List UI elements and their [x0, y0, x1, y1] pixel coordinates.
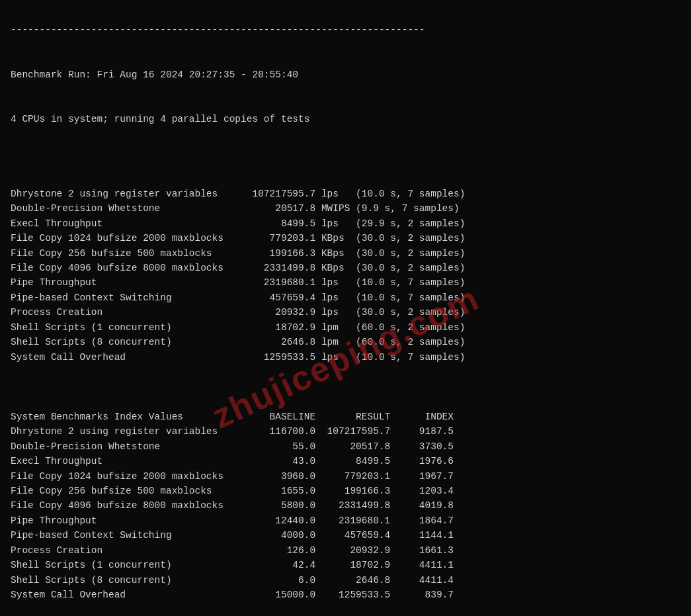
index-row: Shell Scripts (8 concurrent) 6.0 2646.8 … — [11, 575, 454, 586]
result-row: Execl Throughput 8499.5 lps (29.9 s, 2 s… — [11, 218, 465, 229]
results-block: Dhrystone 2 using register variables 107… — [11, 189, 465, 363]
index-row: Pipe-based Context Switching 4000.0 4576… — [11, 530, 454, 541]
cpu-info: 4 CPUs in system; running 4 parallel cop… — [11, 114, 309, 124]
result-row: Shell Scripts (1 concurrent) 18702.9 lpm… — [11, 322, 465, 333]
index-row: File Copy 256 bufsize 500 maxblocks 1655… — [11, 486, 454, 496]
benchmark-run-label: Benchmark Run: Fri Aug 16 2024 20:27:35 … — [11, 69, 298, 80]
index-row: Shell Scripts (1 concurrent) 42.4 18702.… — [11, 560, 454, 570]
index-table: System Benchmarks Index Values BASELINE … — [11, 412, 454, 601]
index-row: Double-Precision Whetstone 55.0 20517.8 … — [11, 441, 454, 452]
result-row: System Call Overhead 1259533.5 lps (10.0… — [11, 352, 465, 363]
result-row: File Copy 256 bufsize 500 maxblocks 1991… — [11, 248, 465, 259]
result-row: Dhrystone 2 using register variables 107… — [11, 189, 465, 199]
result-row: Double-Precision Whetstone 20517.8 MWIPS… — [11, 203, 460, 214]
index-row: Dhrystone 2 using register variables 116… — [11, 426, 454, 437]
result-row: File Copy 1024 bufsize 2000 maxblocks 77… — [11, 233, 465, 243]
terminal-output: ----------------------------------------… — [11, 8, 680, 616]
index-row: System Call Overhead 15000.0 1259533.5 8… — [11, 590, 454, 600]
result-row: Pipe Throughput 2319680.1 lps (10.0 s, 7… — [11, 277, 465, 288]
index-header-row: System Benchmarks Index Values BASELINE … — [11, 412, 454, 422]
result-row: Process Creation 20932.9 lps (30.0 s, 2 … — [11, 307, 465, 318]
index-row: Pipe Throughput 12440.0 2319680.1 1864.7 — [11, 515, 454, 526]
index-row: Process Creation 126.0 20932.9 1661.3 — [11, 545, 454, 556]
result-row: Pipe-based Context Switching 457659.4 lp… — [11, 292, 465, 303]
separator-line: ----------------------------------------… — [11, 24, 425, 35]
index-row: File Copy 4096 bufsize 8000 maxblocks 58… — [11, 500, 454, 511]
result-row: File Copy 4096 bufsize 8000 maxblocks 23… — [11, 263, 465, 273]
index-row: File Copy 1024 bufsize 2000 maxblocks 39… — [11, 471, 454, 482]
index-row: Execl Throughput 43.0 8499.5 1976.6 — [11, 456, 454, 466]
result-row: Shell Scripts (8 concurrent) 2646.8 lpm … — [11, 337, 465, 347]
